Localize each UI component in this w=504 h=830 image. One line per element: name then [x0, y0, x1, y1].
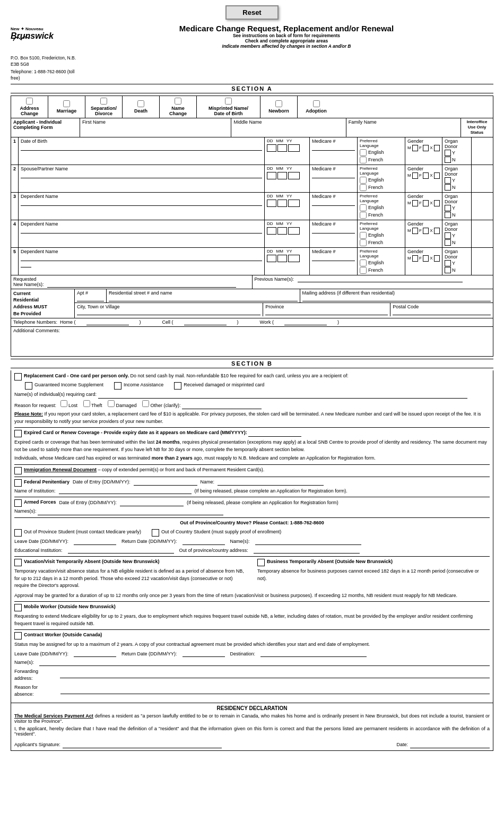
- dd-input-2[interactable]: [267, 172, 276, 179]
- additional-comments-input[interactable]: [13, 335, 491, 354]
- french-checkbox-1[interactable]: [360, 157, 367, 163]
- row-3-name[interactable]: Dependent Name: [19, 193, 265, 220]
- contract-leave-input[interactable]: [74, 651, 116, 657]
- mailing-input[interactable]: [302, 296, 491, 301]
- french-checkbox-5[interactable]: [360, 267, 367, 274]
- immigration-checkbox[interactable]: [14, 467, 22, 474]
- dep-name-input-5[interactable]: [21, 255, 262, 261]
- city-input[interactable]: [77, 309, 260, 315]
- armed-forces-date-input[interactable]: [120, 500, 184, 506]
- province-input[interactable]: [265, 309, 388, 315]
- dob-input[interactable]: [21, 145, 262, 151]
- student-names-input[interactable]: [255, 539, 361, 545]
- yy-input-5[interactable]: [288, 255, 300, 262]
- street-cell[interactable]: Residential street # and name: [107, 289, 300, 302]
- out-province-student-checkbox[interactable]: [14, 529, 22, 537]
- dd-input-1[interactable]: [267, 144, 276, 152]
- organ-y-3[interactable]: [445, 205, 451, 211]
- student-leave-input[interactable]: [74, 539, 116, 545]
- lost-checkbox[interactable]: [60, 400, 67, 407]
- english-checkbox-2[interactable]: [360, 177, 367, 184]
- check-death[interactable]: Death: [123, 96, 160, 118]
- date-line[interactable]: [410, 741, 490, 748]
- medicare-input-3[interactable]: [312, 200, 355, 206]
- other-checkbox[interactable]: [142, 400, 149, 407]
- organ-y-5[interactable]: [445, 260, 451, 266]
- mobile-worker-checkbox[interactable]: [14, 604, 22, 611]
- replacement-card-checkbox[interactable]: [14, 373, 22, 381]
- mm-input-5[interactable]: [277, 255, 287, 262]
- dd-input-5[interactable]: [267, 255, 276, 262]
- gis-checkbox[interactable]: [25, 382, 32, 390]
- dd-input-4[interactable]: [267, 227, 276, 235]
- organ-n-1[interactable]: [445, 157, 451, 163]
- dd-input-3[interactable]: [267, 200, 276, 207]
- requested-names-input[interactable]: [47, 282, 236, 288]
- forwarding-address-input[interactable]: [60, 672, 490, 678]
- reset-button[interactable]: Reset: [225, 5, 278, 20]
- mm-input-2[interactable]: [277, 172, 287, 179]
- gender-f-1[interactable]: [423, 145, 429, 151]
- row-1-name[interactable]: Date of Birth: [19, 137, 265, 165]
- medicare-input-2[interactable]: [312, 172, 355, 178]
- gender-f-4[interactable]: [423, 228, 429, 234]
- contract-destination-input[interactable]: [260, 651, 367, 657]
- gender-f-5[interactable]: [423, 255, 429, 262]
- business-checkbox[interactable]: [257, 559, 265, 566]
- gender-x-5[interactable]: [434, 255, 440, 262]
- home-phone-input[interactable]: [86, 319, 129, 325]
- row-2-medicare[interactable]: Medicare #: [310, 165, 358, 192]
- yy-input-3[interactable]: [288, 200, 300, 207]
- other-clarify-input[interactable]: [182, 403, 262, 409]
- organ-y-1[interactable]: [445, 150, 451, 156]
- work-phone-input[interactable]: [284, 319, 327, 325]
- organ-n-2[interactable]: [445, 184, 451, 191]
- postal-cell[interactable]: Postal Code: [390, 303, 493, 316]
- check-address[interactable]: AddressChange: [11, 96, 48, 118]
- mm-input-3[interactable]: [277, 200, 287, 207]
- organ-y-2[interactable]: [445, 177, 451, 184]
- spouse-name-input[interactable]: [21, 172, 262, 178]
- english-checkbox-1[interactable]: [360, 149, 367, 156]
- check-separation[interactable]: Separation/Divorce: [85, 96, 123, 118]
- expiry-date-input[interactable]: [248, 430, 301, 437]
- english-checkbox-4[interactable]: [360, 232, 367, 239]
- out-country-student-checkbox[interactable]: [152, 529, 159, 537]
- contract-names-input[interactable]: [39, 660, 490, 666]
- educational-institution-input[interactable]: [68, 547, 174, 554]
- damaged-card-checkbox[interactable]: [174, 382, 181, 390]
- theft-checkbox[interactable]: [83, 400, 90, 407]
- row-3-medicare[interactable]: Medicare #: [310, 193, 358, 220]
- yy-input-4[interactable]: [288, 227, 300, 235]
- federal-pen-checkbox[interactable]: [14, 479, 22, 487]
- mailing-cell[interactable]: Mailing address (if different than resid…: [300, 289, 493, 302]
- postal-input[interactable]: [393, 309, 491, 315]
- check-name-change[interactable]: NameChange: [160, 96, 197, 118]
- check-marriage[interactable]: Marriage: [48, 96, 85, 118]
- organ-n-4[interactable]: [445, 239, 451, 246]
- gender-x-4[interactable]: [434, 228, 440, 234]
- institution-input[interactable]: [59, 488, 192, 494]
- vacation-checkbox[interactable]: [14, 559, 22, 566]
- gender-x-1[interactable]: [434, 145, 440, 151]
- medicare-input-1[interactable]: [312, 145, 355, 151]
- check-misprinted[interactable]: Misprinted Name/Date of Birth: [197, 96, 260, 118]
- gender-m-1[interactable]: [412, 145, 418, 151]
- reason-absence-input[interactable]: [60, 688, 490, 694]
- row-1-medicare[interactable]: Medicare #: [310, 137, 358, 165]
- armed-forces-names-input[interactable]: [38, 509, 223, 515]
- check-newborn[interactable]: Newborn: [260, 96, 298, 118]
- out-province-address-input[interactable]: [254, 547, 360, 554]
- fed-pen-date-input[interactable]: [134, 479, 197, 486]
- french-checkbox-2[interactable]: [360, 184, 367, 191]
- gender-x-3[interactable]: [434, 200, 440, 206]
- english-checkbox-3[interactable]: [360, 204, 367, 211]
- french-checkbox-3[interactable]: [360, 212, 367, 219]
- gender-m-3[interactable]: [412, 200, 418, 206]
- income-assistance-checkbox[interactable]: [114, 382, 121, 390]
- row-4-name[interactable]: Dependent Name: [19, 220, 265, 247]
- yy-input-1[interactable]: [288, 144, 300, 152]
- mm-input-1[interactable]: [277, 144, 287, 152]
- fed-pen-name-input[interactable]: [218, 479, 324, 486]
- cell-phone-input[interactable]: [184, 319, 227, 325]
